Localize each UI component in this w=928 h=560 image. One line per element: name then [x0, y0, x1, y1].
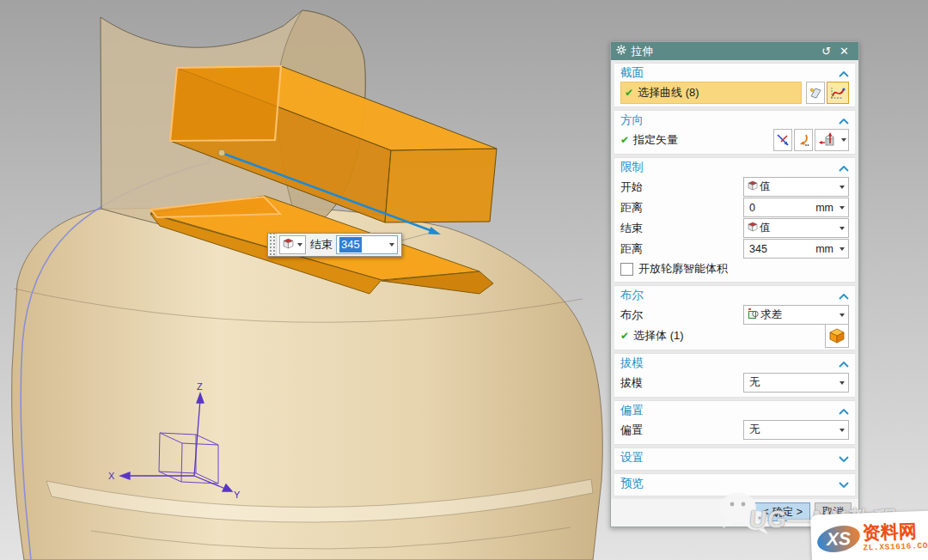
check-icon: ✔: [620, 134, 629, 146]
selected-input-text: 345: [339, 237, 362, 253]
start-distance-input[interactable]: 0 mm: [743, 198, 849, 217]
settings-group: 设置: [614, 447, 855, 471]
select-body-button[interactable]: [825, 324, 849, 348]
start-distance-unit: mm: [815, 202, 833, 214]
offset-group: 偏置 偏置 无: [614, 400, 855, 445]
specify-vector-label: 指定矢量: [633, 132, 772, 148]
close-icon[interactable]: ✕: [835, 42, 853, 60]
collapse-chevron-down-icon[interactable]: [839, 452, 849, 465]
section-group-title: 截面: [620, 65, 839, 81]
chevron-down-icon[interactable]: [839, 206, 845, 210]
inferred-vector-icon: [776, 133, 790, 147]
boolean-group: 布尔 布尔 求: [614, 285, 855, 350]
orange-cube-icon: [828, 327, 846, 344]
collapse-chevron-up-icon[interactable]: [839, 405, 849, 417]
cube-value-icon: [283, 237, 294, 253]
start-distance-label: 距离: [620, 200, 743, 216]
section-group: 截面 ✔ 选择曲线 (8): [614, 63, 855, 107]
chevron-down-icon[interactable]: [389, 243, 394, 247]
draft-mode-dropdown[interactable]: 无: [743, 373, 849, 393]
limits-group-title: 限制: [620, 160, 839, 175]
cube-value-icon: [748, 222, 758, 234]
site-url: ZL.XS1616.COM: [863, 542, 928, 552]
settings-group-title: 设置: [620, 450, 839, 466]
axis-label-y: Y: [234, 490, 241, 500]
vector-dialog-button[interactable]: [794, 129, 813, 151]
check-icon: ✔: [625, 87, 633, 99]
collapse-chevron-up-icon[interactable]: [839, 67, 849, 80]
draft-value: 无: [749, 375, 760, 390]
axis-label-x: X: [108, 471, 115, 481]
boolean-label: 布尔: [620, 307, 743, 323]
start-distance-value: 0: [749, 202, 755, 214]
vector-constructor-button[interactable]: [815, 129, 849, 151]
vector-constructor-icon: [817, 131, 838, 149]
chevron-down-icon: [839, 429, 845, 432]
offset-value: 无: [749, 423, 760, 437]
drag-handle[interactable]: [268, 234, 277, 256]
boolean-mode-dropdown[interactable]: 求差: [743, 305, 849, 325]
collapse-chevron-up-icon[interactable]: [839, 114, 849, 127]
dialog-body: 截面 ✔ 选择曲线 (8): [611, 60, 858, 496]
offset-label: 偏置: [620, 423, 743, 438]
xs-logo-icon: XS: [814, 520, 864, 559]
chevron-down-icon: [839, 313, 845, 317]
select-curve-row[interactable]: ✔ 选择曲线 (8): [620, 82, 802, 104]
site-name: 资料网: [862, 521, 928, 542]
limit-mode-dropdown[interactable]: [279, 235, 306, 254]
chevron-down-icon: [297, 243, 302, 247]
section-sketch-highlight[interactable]: [170, 66, 281, 141]
subtract-icon: [748, 308, 759, 322]
gear-icon: [616, 45, 626, 58]
draft-group: 拔模 拔模 无: [614, 353, 855, 398]
end-label: 结束: [620, 221, 743, 236]
chevron-down-icon[interactable]: [839, 247, 845, 251]
cube-value-icon: [748, 180, 758, 193]
direction-group-title: 方向: [620, 113, 839, 128]
boolean-group-title: 布尔: [620, 288, 839, 303]
boolean-value: 求差: [760, 307, 782, 322]
select-curve-label: 选择曲线 (8): [638, 85, 699, 100]
end-distance-unit: mm: [815, 243, 833, 255]
inferred-vector-button[interactable]: [773, 129, 792, 151]
direction-group: 方向 ✔ 指定矢量: [614, 110, 855, 155]
collapse-chevron-up-icon[interactable]: [839, 289, 849, 302]
start-label: 开始: [620, 180, 743, 195]
nx-application-window: Z X Y 结束 345: [0, 0, 928, 560]
start-mode-value: 值: [760, 180, 771, 194]
sketch-section-button[interactable]: [806, 82, 825, 104]
draft-label: 拔模: [620, 375, 743, 391]
limits-group: 限制 开始 值: [614, 157, 855, 283]
chevron-down-icon: [841, 138, 846, 142]
extrude-dialog: 拉伸 ↺ ✕ 截面 ✔ 选择曲线 (8): [610, 41, 859, 527]
end-distance-input[interactable]: 345: [336, 235, 398, 254]
open-profile-label: 开放轮廓智能体积: [638, 261, 728, 277]
sketch-icon: [809, 86, 822, 100]
end-distance-field[interactable]: 345 mm: [743, 239, 849, 259]
chevron-down-icon: [839, 227, 845, 230]
axis-label-z: Z: [197, 381, 203, 392]
site-logo-card: XS 资料网 ZL.XS1616.COM: [810, 510, 928, 560]
vector-origin-handle[interactable]: [218, 149, 225, 156]
collapse-chevron-down-icon[interactable]: [839, 478, 849, 490]
curve-select-button[interactable]: [827, 82, 849, 104]
collapse-chevron-up-icon[interactable]: [839, 357, 849, 370]
onscreen-input-bar: 结束 345: [267, 233, 402, 257]
xs-logo-text: XS: [826, 528, 852, 549]
chevron-down-icon: [839, 186, 845, 189]
draft-group-title: 拔模: [620, 356, 839, 371]
curve-icon: [829, 84, 846, 101]
vector-dialog-icon: [797, 133, 810, 147]
open-profile-checkbox[interactable]: [620, 263, 633, 276]
collapse-chevron-up-icon[interactable]: [839, 161, 849, 174]
start-mode-dropdown[interactable]: 值: [743, 177, 849, 197]
offset-mode-dropdown[interactable]: 无: [743, 420, 849, 440]
reset-icon[interactable]: ↺: [817, 42, 835, 60]
check-icon: ✔: [620, 330, 629, 342]
select-body-label: 选择体 (1): [633, 328, 823, 344]
dialog-titlebar[interactable]: 拉伸 ↺ ✕: [611, 42, 858, 60]
end-mode-dropdown[interactable]: 值: [743, 218, 849, 238]
end-mode-value: 值: [760, 221, 771, 235]
float-bar-label: 结束: [310, 237, 333, 253]
end-distance-label: 距离: [620, 241, 743, 257]
